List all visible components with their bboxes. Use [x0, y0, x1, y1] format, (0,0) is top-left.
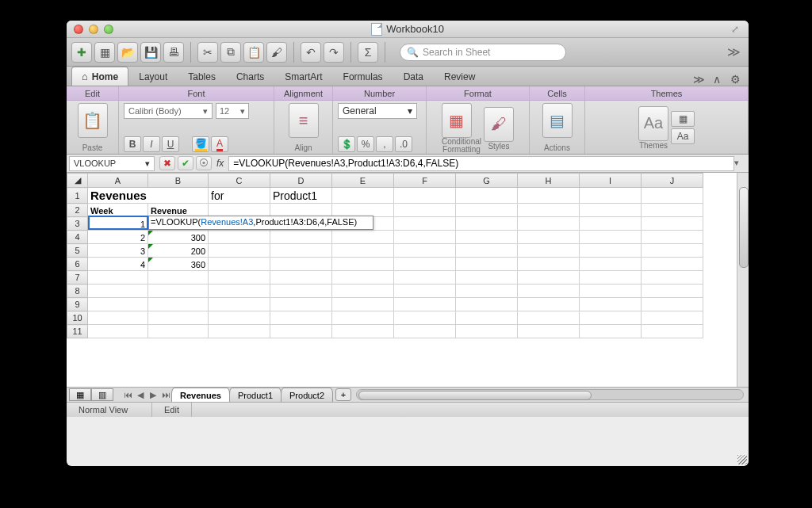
decimals-button[interactable]: .0	[395, 136, 412, 152]
formula-builder-button[interactable]: ⦿	[196, 156, 212, 170]
select-all-corner[interactable]: ◢	[67, 174, 88, 188]
row-header-2[interactable]: 2	[67, 204, 88, 217]
italic-button[interactable]: I	[143, 136, 160, 152]
tab-review[interactable]: Review	[434, 67, 485, 86]
autosum-button[interactable]: Σ	[358, 42, 378, 63]
number-format-select[interactable]: General▾	[338, 103, 417, 119]
cut-button[interactable]: ✂	[197, 42, 218, 63]
open-button[interactable]: 📂	[117, 42, 138, 63]
col-header-B[interactable]: B	[148, 174, 209, 188]
add-sheet-button[interactable]: +	[335, 388, 351, 401]
expand-toolbar-icon[interactable]: ≫	[724, 44, 744, 59]
underline-button[interactable]: U	[162, 136, 179, 152]
tab-data[interactable]: Data	[393, 67, 434, 86]
cancel-formula-button[interactable]: ✖	[159, 156, 175, 170]
save-button[interactable]: 💾	[140, 42, 161, 63]
tab-layout[interactable]: Layout	[128, 67, 178, 86]
horizontal-scrollbar[interactable]	[356, 389, 744, 400]
ribbon-settings-icon[interactable]: ⚙	[728, 73, 742, 86]
fill-color-button[interactable]: 🪣	[192, 136, 209, 152]
col-header-E[interactable]: E	[332, 174, 394, 188]
col-header-G[interactable]: G	[456, 174, 518, 188]
cell-D1[interactable]: Product1	[270, 188, 332, 204]
cell-B2[interactable]: Revenue	[148, 204, 209, 217]
cell-B6[interactable]: 360	[148, 258, 209, 271]
tab-home[interactable]: ⌂Home	[71, 67, 128, 86]
print-button[interactable]: 🖶	[163, 42, 184, 63]
col-header-F[interactable]: F	[394, 174, 456, 188]
accept-formula-button[interactable]: ✔	[178, 156, 193, 170]
col-header-J[interactable]: J	[642, 174, 703, 188]
vertical-scrollbar[interactable]	[737, 173, 749, 387]
undo-button[interactable]: ↶	[301, 42, 321, 63]
row-header-4[interactable]: 4	[67, 231, 88, 244]
col-header-D[interactable]: D	[270, 174, 332, 188]
in-cell-editor[interactable]: =VLOOKUP(Revenues!A3,Product1!A3:D6,4,FA…	[148, 216, 373, 230]
cell-A2[interactable]: Week	[88, 204, 148, 217]
tab-smartart[interactable]: SmartArt	[274, 67, 332, 86]
page-layout-view-button[interactable]: ▥	[91, 388, 113, 401]
new-workbook-button[interactable]: ✚	[71, 42, 92, 63]
cell-A5[interactable]: 3	[88, 244, 148, 258]
last-sheet-icon[interactable]: ⏭	[159, 390, 172, 400]
close-window-button[interactable]	[74, 25, 83, 34]
cell-A1[interactable]: Revenues	[88, 188, 209, 204]
row-header-3[interactable]: 3	[67, 217, 88, 231]
theme-colors-button[interactable]: ▦	[671, 111, 695, 127]
collapse-ribbon-icon[interactable]: ∧	[710, 73, 724, 86]
col-header-C[interactable]: C	[209, 174, 270, 188]
cell-A6[interactable]: 4	[88, 258, 148, 271]
tab-formulas[interactable]: Formulas	[333, 67, 393, 86]
more-tabs-icon[interactable]: ≫	[691, 73, 706, 86]
cell-B5[interactable]: 200	[148, 244, 209, 258]
actions-button[interactable]: ▤	[542, 103, 573, 138]
next-sheet-icon[interactable]: ▶	[147, 390, 159, 400]
paste-big-button[interactable]: 📋	[78, 103, 108, 138]
formula-expand-icon[interactable]: ▾	[734, 158, 745, 169]
row-header-6[interactable]: 6	[67, 258, 88, 271]
align-button[interactable]: ≡	[289, 103, 319, 138]
zoom-window-button[interactable]	[104, 25, 113, 34]
paste-button[interactable]: 📋	[243, 42, 264, 63]
bold-button[interactable]: B	[124, 136, 141, 152]
row-header-7[interactable]: 7	[67, 271, 88, 285]
font-color-button[interactable]: A	[211, 136, 228, 152]
cell-A3[interactable]: 1	[88, 217, 148, 231]
normal-view-button[interactable]: ▦	[69, 388, 91, 401]
cell-B4[interactable]: 300	[148, 231, 209, 244]
formula-input[interactable]: =VLOOKUP(Revenues!A3,Product1!A3:D6,4,FA…	[228, 156, 734, 171]
percent-button[interactable]: %	[357, 136, 374, 152]
resize-grip[interactable]	[737, 455, 747, 464]
sheet-tab-product1[interactable]: Product1	[229, 388, 282, 402]
sheet-tab-revenues[interactable]: Revenues	[171, 388, 230, 402]
search-input[interactable]: 🔍 Search in Sheet	[400, 44, 566, 61]
format-painter-button[interactable]: 🖌	[266, 42, 287, 63]
sheet-tab-product2[interactable]: Product2	[281, 388, 333, 402]
spreadsheet-grid[interactable]: ◢ A B C D E F G H I J 1 Revenues for Pro…	[67, 173, 749, 387]
row-header-8[interactable]: 8	[67, 285, 88, 298]
font-size-select[interactable]: 12▾	[216, 103, 249, 119]
themes-button[interactable]: Aa	[638, 106, 668, 141]
tab-tables[interactable]: Tables	[178, 67, 226, 86]
currency-button[interactable]: 💲	[338, 136, 355, 152]
minimize-window-button[interactable]	[89, 25, 98, 34]
row-header-10[interactable]: 10	[67, 311, 88, 325]
fullscreen-icon[interactable]: ⤢	[731, 24, 742, 35]
conditional-formatting-button[interactable]: ▦	[442, 103, 472, 138]
styles-button[interactable]: 🖌	[484, 107, 514, 142]
font-name-select[interactable]: Calibri (Body)▾	[124, 103, 213, 119]
copy-button[interactable]: ⧉	[220, 42, 241, 63]
name-box[interactable]: VLOOKUP▾	[69, 156, 155, 171]
row-header-9[interactable]: 9	[67, 298, 88, 311]
col-header-A[interactable]: A	[88, 174, 148, 188]
tab-charts[interactable]: Charts	[226, 67, 274, 86]
theme-fonts-button[interactable]: Aa	[671, 128, 695, 144]
prev-sheet-icon[interactable]: ◀	[134, 390, 147, 400]
row-header-11[interactable]: 11	[67, 325, 88, 338]
col-header-H[interactable]: H	[518, 174, 580, 188]
templates-button[interactable]: ▦	[94, 42, 115, 63]
row-header-5[interactable]: 5	[67, 244, 88, 258]
first-sheet-icon[interactable]: ⏮	[121, 390, 134, 400]
col-header-I[interactable]: I	[580, 174, 642, 188]
cell-A4[interactable]: 2	[88, 231, 148, 244]
